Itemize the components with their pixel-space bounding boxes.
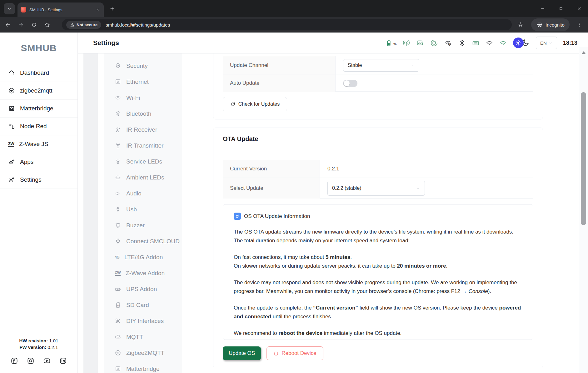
- update-cycle-icon: [234, 213, 241, 220]
- address-bar[interactable]: Not secure smhub.local/#/settings/update…: [62, 19, 512, 30]
- battery-status: %: [385, 39, 396, 47]
- hw-revision: HW revision: 1.01: [0, 338, 77, 343]
- browser-tab[interactable]: SMHUB - Settings: [17, 3, 104, 17]
- submenu-item-ups-addon[interactable]: UPS Addon: [104, 281, 182, 297]
- not-secure-badge[interactable]: Not secure: [66, 21, 101, 29]
- page-scrollbar[interactable]: [579, 47, 588, 373]
- update-channel-label: Update Channel: [223, 56, 336, 74]
- youtube-icon[interactable]: [43, 357, 51, 365]
- matterbridge-icon: [8, 105, 15, 112]
- warning-icon: [70, 23, 75, 27]
- linkedin-icon[interactable]: [59, 357, 67, 365]
- submenu-item-service-leds[interactable]: Service LEDs: [104, 154, 182, 169]
- bookmark-button[interactable]: [515, 19, 526, 30]
- incognito-label: Incognito: [546, 22, 565, 28]
- submenu-item-audio[interactable]: Audio: [104, 185, 182, 201]
- sidebar-item-zigbee2mqtt[interactable]: zigbee2mqtt: [0, 82, 77, 100]
- ota-info-paragraph: The device may not respond and does not …: [234, 278, 522, 296]
- submenu-item-label: Ambient LEDs: [126, 174, 164, 181]
- current-version-label: Current Version: [223, 160, 320, 178]
- select-update-cell: 0.2.2 (stable): [320, 178, 533, 199]
- scrollbar-thumb[interactable]: [581, 92, 586, 225]
- facebook-icon[interactable]: [10, 357, 18, 365]
- update-os-button[interactable]: Update OS: [223, 346, 261, 360]
- bluetooth-icon: [115, 110, 121, 117]
- ota-info-paragraph: Once the update is complete, the “Curren…: [234, 304, 522, 321]
- usb-icon: [115, 206, 121, 213]
- ota-info-title: OS OTA Update Information: [244, 213, 310, 219]
- select-update-select[interactable]: 0.2.2 (stable): [327, 181, 425, 196]
- wifi-icon: [115, 94, 121, 101]
- browser-tab-strip: SMHUB - Settings: [0, 0, 588, 17]
- submenu-item-security[interactable]: Security: [104, 58, 182, 74]
- sidebar-item-settings[interactable]: Settings: [0, 171, 77, 189]
- submenu-item-wifi[interactable]: Wi-Fi: [104, 90, 182, 106]
- toggle-knob: [344, 80, 350, 86]
- reboot-device-button[interactable]: Reboot Device: [267, 346, 323, 360]
- maximize-icon: [559, 6, 563, 11]
- tab-search-button[interactable]: [4, 3, 15, 14]
- reload-button[interactable]: [29, 19, 39, 30]
- submenu-item-sd-card[interactable]: SD Card: [104, 297, 182, 313]
- submenu-item-ir-receiver[interactable]: IR Receiver: [104, 122, 182, 138]
- sidebar-item-apps[interactable]: Apps: [0, 153, 77, 171]
- submenu-item-zigbee2mqtt[interactable]: Zigbee2MQTT: [104, 345, 182, 361]
- instagram-icon[interactable]: [27, 357, 35, 365]
- keyboard-icon: [472, 39, 480, 47]
- window-close-button[interactable]: [570, 0, 588, 17]
- sidebar-item-node-red[interactable]: Node Red: [0, 118, 77, 135]
- update-settings-card: Update Channel Stable Auto Update: [213, 53, 543, 119]
- window-minimize-button[interactable]: [534, 0, 552, 17]
- theme-toggle[interactable]: [513, 38, 530, 48]
- language-select[interactable]: EN: [536, 37, 557, 49]
- auto-update-toggle[interactable]: [343, 80, 357, 87]
- tools-icon: [115, 318, 121, 324]
- fw-version-value: 0.2.1: [47, 345, 58, 350]
- submenu-item-lte-4g-addon[interactable]: 4GLTE/4G Addon: [104, 249, 182, 265]
- submenu-item-ambient-leds[interactable]: Ambient LEDs: [104, 169, 182, 185]
- scroll-up-arrow-icon[interactable]: [581, 51, 586, 54]
- forward-button[interactable]: [16, 19, 26, 30]
- submenu-item-matterbridge[interactable]: Matterbridge: [104, 361, 182, 373]
- update-channel-value: Stable: [348, 63, 362, 68]
- submenu-item-label: LTE/4G Addon: [124, 254, 163, 261]
- update-channel-select[interactable]: Stable: [343, 59, 419, 72]
- sidebar-item-dashboard[interactable]: Dashboard: [0, 64, 77, 82]
- submenu-item-ethernet[interactable]: Ethernet: [104, 74, 182, 90]
- submenu-item-buzzer[interactable]: Buzzer: [104, 217, 182, 233]
- social-links: [0, 357, 77, 365]
- incognito-badge: Incognito: [531, 18, 570, 31]
- close-icon: [576, 6, 582, 11]
- submenu-item-usb[interactable]: Usb: [104, 201, 182, 217]
- browser-menu-button[interactable]: [574, 19, 585, 30]
- submenu-item-diy-interfaces[interactable]: DIY Interfaces: [104, 313, 182, 329]
- tab-close-button[interactable]: [94, 7, 101, 13]
- home-button[interactable]: [42, 19, 52, 30]
- sidebar-item-label: Node Red: [20, 123, 47, 130]
- auto-update-label: Auto Update: [223, 74, 336, 92]
- submenu-item-label: IR Transmitter: [126, 142, 163, 149]
- check-for-updates-button[interactable]: Check for Updates: [223, 97, 287, 111]
- update-settings-table: Update Channel Stable Auto Update: [223, 56, 533, 92]
- light-theme-button[interactable]: [513, 38, 524, 48]
- submenu-item-zwave-addon[interactable]: ZWZ-Wave Addon: [104, 265, 182, 281]
- image-flash-icon: [416, 39, 424, 47]
- submenu-item-connect-smcloud[interactable]: Connect SMCLOUD: [104, 233, 182, 249]
- back-button[interactable]: [2, 19, 13, 30]
- sidebar-item-matterbridge[interactable]: Matterbridge: [0, 100, 77, 118]
- sidebar-item-zwave-js[interactable]: ZW Z-Wave JS: [0, 135, 77, 153]
- node-red-icon: [8, 123, 15, 130]
- layout-gutter: [83, 53, 98, 373]
- submenu-item-ir-transmitter[interactable]: IR Transmitter: [104, 138, 182, 154]
- reboot-device-label: Reboot Device: [282, 350, 316, 356]
- table-row: Select Update 0.2.2 (stable): [223, 178, 533, 199]
- submenu-item-mqtt[interactable]: MQTT: [104, 329, 182, 345]
- thread-icon: [430, 39, 438, 47]
- lte-icon: 4G: [115, 255, 119, 260]
- bluetooth-icon: [458, 39, 466, 47]
- new-tab-button[interactable]: [108, 5, 116, 13]
- submenu-item-bluetooth[interactable]: Bluetooth: [104, 106, 182, 122]
- settings-gear-icon: [8, 176, 15, 183]
- window-maximize-button[interactable]: [552, 0, 570, 17]
- sd-card-icon: [115, 302, 121, 308]
